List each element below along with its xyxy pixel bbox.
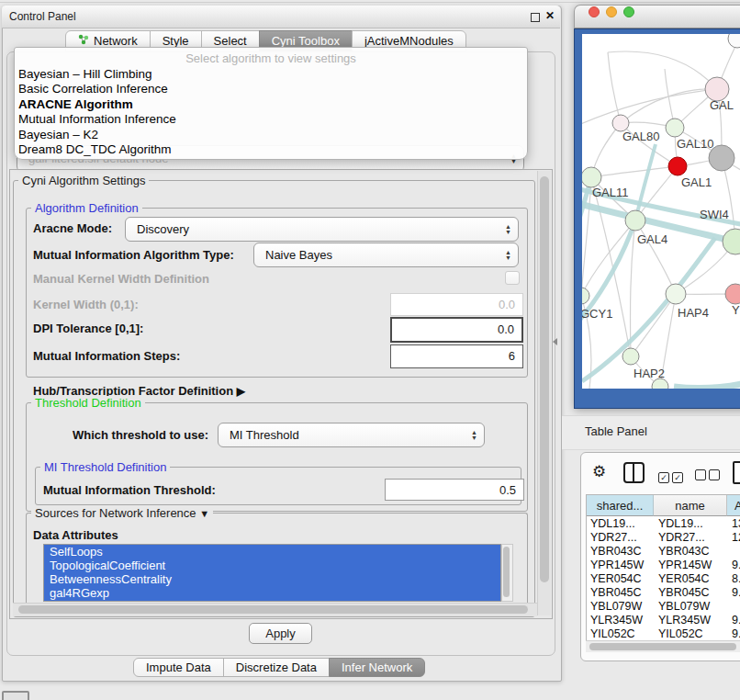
table-cell: YBL079W	[658, 600, 710, 614]
table-panel-title: Table Panel	[585, 424, 647, 438]
network-edge[interactable]	[591, 177, 631, 356]
network-edge[interactable]	[621, 89, 717, 123]
settings-horizontal-scrollbar[interactable]	[13, 603, 537, 616]
network-edge[interactable]	[608, 51, 717, 89]
network-node[interactable]	[728, 34, 740, 48]
table-cell: YIL052C	[590, 627, 635, 639]
network-edge-highlighted[interactable]	[674, 383, 740, 389]
algorithm-option-aracne-algorithm[interactable]: ARACNE Algorithm	[18, 97, 523, 112]
table-row[interactable]: YLR345WYLR345W9.	[587, 614, 740, 627]
manual-kernel-width-label: Manual Kernel Width Definition	[33, 272, 209, 286]
bottom-tab-discretize-data[interactable]: Discretize Data	[223, 658, 330, 677]
bottom-tab-strip: Impute DataDiscretize DataInfer Network	[134, 658, 425, 677]
attribute-item-selfloops[interactable]: SelfLoops	[44, 545, 500, 559]
network-node[interactable]	[582, 167, 601, 187]
mi-steps-input[interactable]: 6	[390, 344, 523, 368]
table-row[interactable]: YIL052CYIL052C9.	[587, 627, 740, 639]
show-columns-icon[interactable]: ✓✓	[658, 468, 683, 484]
attribute-item-gal4rgexp[interactable]: gal4RGexp	[44, 586, 500, 600]
mac-zoom-icon[interactable]	[623, 6, 634, 17]
network-node[interactable]	[666, 119, 684, 137]
which-threshold-combo[interactable]: MI Threshold ▲▼	[218, 423, 485, 447]
table-row[interactable]: YDR27...YDR27...12	[587, 531, 740, 545]
network-node[interactable]	[723, 229, 740, 254]
dpi-tolerance-input[interactable]: 0.0	[390, 317, 523, 343]
table-row[interactable]: YER054CYER054C8.	[587, 572, 740, 586]
threshold-definition-title: Threshold Definition	[31, 396, 145, 410]
network-edge[interactable]	[591, 166, 678, 177]
network-node[interactable]	[668, 157, 687, 175]
network-node[interactable]	[725, 284, 740, 304]
attribute-list-scrollbar[interactable]	[501, 544, 513, 602]
bottom-tab-infer-network[interactable]: Infer Network	[329, 658, 425, 677]
mi-threshold-label: Mutual Information Threshold:	[43, 483, 216, 497]
splitter-collapse-icon[interactable]	[553, 338, 557, 345]
manual-kernel-width-checkbox[interactable]	[505, 271, 520, 285]
unchecked-box-icon	[709, 469, 720, 480]
table-row[interactable]: YDL19...YDL19...13	[587, 517, 740, 531]
which-threshold-value: MI Threshold	[230, 423, 299, 446]
apply-button[interactable]: Apply	[249, 623, 312, 644]
aracne-mode-combo[interactable]: Discovery ▲▼	[125, 217, 519, 242]
gear-icon[interactable]: ⚙	[592, 463, 606, 481]
mi-algorithm-type-combo[interactable]: Naive Bayes ▲▼	[253, 243, 519, 267]
scrollbar-thumb[interactable]	[589, 643, 736, 650]
scrollbar-thumb[interactable]	[18, 605, 528, 614]
document-icon[interactable]	[733, 461, 740, 484]
network-canvas[interactable]: GALGAL80GAL10GAL1GAL11SWI4GAL4GCY1HAP4YH…	[582, 34, 740, 389]
unchecked-box-icon	[695, 469, 706, 480]
network-graph: GALGAL80GAL10GAL1GAL11SWI4GAL4GCY1HAP4YH…	[582, 34, 740, 389]
data-attributes-label: Data Attributes	[33, 528, 118, 542]
network-edge[interactable]	[582, 220, 635, 296]
data-attributes-list: SelfLoopsTopologicalCoefficientBetweenne…	[43, 544, 501, 602]
mac-minimize-icon[interactable]	[606, 6, 617, 17]
node-label: GAL11	[592, 186, 629, 199]
column-header-shared[interactable]: shared...	[587, 495, 654, 516]
settings-vertical-scrollbar[interactable]	[537, 171, 551, 615]
algorithm-option-bayesian-hill-climbing[interactable]: Bayesian – Hill Climbing	[18, 67, 523, 82]
table-cell: YLR345W	[658, 614, 711, 627]
hide-columns-icon[interactable]	[695, 468, 720, 484]
column-header-a[interactable]: A	[727, 495, 740, 516]
attribute-item-topologicalcoefficient[interactable]: TopologicalCoefficient	[44, 559, 500, 572]
algorithm-dropdown-items: Bayesian – Hill ClimbingBasic Correlatio…	[18, 67, 523, 157]
which-threshold-label: Which threshold to use:	[73, 428, 208, 442]
mac-close-icon[interactable]	[589, 6, 600, 17]
network-edge[interactable]	[631, 294, 676, 356]
network-edge[interactable]	[635, 220, 676, 294]
algorithm-option-basic-correlation-inference[interactable]: Basic Correlation Inference	[18, 82, 523, 96]
algorithm-option-dream8-dc-tdc-algorithm[interactable]: Dream8 DC_TDC Algorithm	[18, 142, 523, 157]
table-cell: 13	[732, 517, 740, 531]
network-node[interactable]	[622, 348, 639, 365]
split-columns-icon[interactable]	[623, 462, 645, 483]
table-cell: 9.	[732, 627, 740, 639]
network-view-titlebar[interactable]	[574, 5, 740, 28]
mi-steps-label: Mutual Information Steps:	[33, 349, 180, 363]
network-node[interactable]	[625, 210, 645, 231]
table-cell: YIL052C	[658, 627, 703, 639]
table-horizontal-scrollbar[interactable]	[586, 640, 740, 652]
table-row[interactable]: YBR043CYBR043C	[587, 545, 740, 559]
close-icon[interactable]: ✕	[545, 9, 555, 22]
kernel-width-input[interactable]: 0.0	[390, 293, 523, 316]
table-cell: YDL19...	[658, 517, 703, 531]
network-node[interactable]	[666, 284, 686, 304]
table-row[interactable]: YBL079WYBL079W	[587, 600, 740, 614]
table-row[interactable]: YPR145WYPR145W9.	[587, 559, 740, 572]
float-window-icon[interactable]	[531, 13, 540, 22]
column-header-name[interactable]: name	[654, 495, 727, 516]
attribute-item-betweennesscentrality[interactable]: BetweennessCentrality	[44, 572, 500, 586]
scrollbar-thumb[interactable]	[503, 547, 510, 597]
table-row[interactable]: YBR045CYBR045C9.	[587, 586, 740, 600]
table-cell: 9.	[732, 559, 740, 572]
mi-threshold-input[interactable]: 0.5	[385, 479, 524, 501]
algorithm-option-mutual-information-inference[interactable]: Mutual Information Inference	[18, 112, 523, 127]
scrollbar-thumb[interactable]	[540, 176, 549, 582]
network-node[interactable]	[582, 288, 589, 304]
bottom-tab-impute-data[interactable]: Impute Data	[133, 658, 224, 677]
collapse-arrow-icon: ▼	[199, 508, 209, 519]
algorithm-option-bayesian-k2[interactable]: Bayesian – K2	[18, 128, 523, 142]
sources-expander[interactable]: Sources for Network Inference ▼	[31, 506, 213, 520]
node-label: GAL4	[637, 232, 667, 246]
network-edge-highlighted[interactable]	[635, 144, 656, 220]
